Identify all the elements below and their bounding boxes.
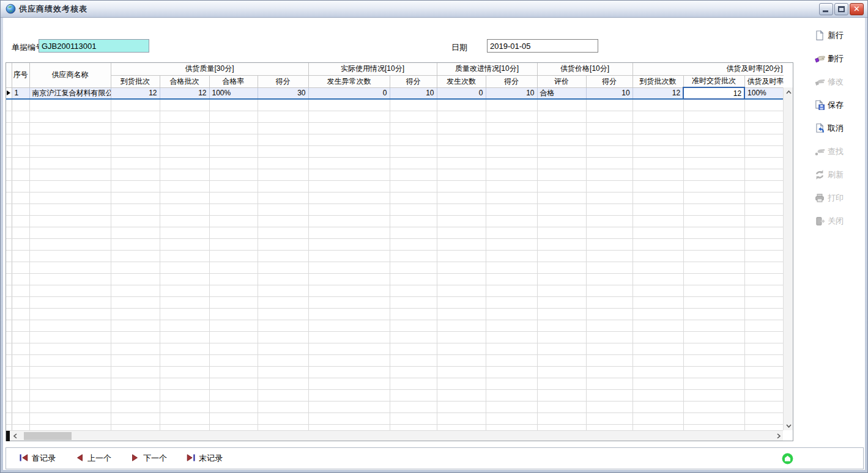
grid-cell[interactable] [586,227,632,238]
grid-cell[interactable] [258,238,308,250]
grid-cell[interactable] [390,227,437,238]
grid-cell[interactable] [308,285,390,296]
grid-cell[interactable] [683,308,744,320]
grid-cell[interactable] [29,122,111,134]
grid-cell[interactable] [744,389,784,401]
grid-cell[interactable] [12,366,29,378]
row-indicator-cell[interactable] [6,343,12,354]
grid-cell[interactable] [437,401,486,413]
grid-cell[interactable] [437,169,486,180]
selected-cell[interactable]: 12 [683,87,744,99]
toolbar-button-print[interactable]: 打印 [814,191,864,205]
grid-cell[interactable] [437,99,486,111]
grid-cell[interactable] [437,204,486,215]
grid-cell[interactable] [632,192,683,204]
maximize-button[interactable] [834,3,848,15]
grid-cell[interactable] [308,169,390,180]
grid-cell[interactable] [111,169,160,180]
grid-cell[interactable] [437,273,486,285]
row-indicator-cell[interactable] [6,354,12,366]
grid-cell[interactable] [209,366,258,378]
grid-cell[interactable] [390,192,437,204]
grid-cell[interactable] [537,157,586,169]
grid-cell[interactable] [683,378,744,389]
grid-cell[interactable]: 10 [586,87,632,99]
grid-cell[interactable] [12,204,29,215]
grid-cell[interactable] [486,122,537,134]
grid-cell[interactable] [632,157,683,169]
grid-cell[interactable] [258,180,308,192]
grid-cell[interactable] [390,238,437,250]
grid-cell[interactable] [586,250,632,262]
grid-cell[interactable] [744,157,784,169]
row-indicator-cell[interactable] [6,378,12,389]
grid-cell[interactable] [486,273,537,285]
grid-cell[interactable] [632,296,683,308]
grid-cell[interactable] [111,285,160,296]
grid-cell[interactable] [437,262,486,273]
grid-cell[interactable] [683,180,744,192]
grid-cell[interactable] [160,296,209,308]
row-indicator-cell[interactable] [6,285,12,296]
grid-cell[interactable] [586,343,632,354]
grid-cell[interactable] [632,262,683,273]
grid-cell[interactable] [632,285,683,296]
grid-cell[interactable] [390,285,437,296]
grid-cell[interactable] [209,308,258,320]
grid-cell[interactable] [486,401,537,413]
grid-cell[interactable] [308,192,390,204]
grid-cell[interactable] [537,215,586,227]
grid-cell[interactable] [160,354,209,366]
grid-cell[interactable] [683,145,744,157]
row-indicator-cell[interactable] [6,134,12,145]
grid-cell[interactable] [586,180,632,192]
grid-cell[interactable] [308,273,390,285]
grid-cell[interactable] [209,250,258,262]
grid-cell[interactable] [258,378,308,389]
row-indicator-cell[interactable] [6,331,12,343]
grid-cell[interactable] [308,308,390,320]
grid-cell[interactable] [209,157,258,169]
grid-cell[interactable] [744,378,784,389]
grid-cell[interactable]: 12 [160,87,209,99]
grid-cell[interactable] [12,111,29,122]
grid-cell[interactable] [12,354,29,366]
grid-cell[interactable] [209,331,258,343]
grid-cell[interactable] [632,320,683,331]
grid-cell[interactable] [537,262,586,273]
grid-cell[interactable] [111,262,160,273]
grid-cell[interactable] [160,227,209,238]
grid-cell[interactable] [29,285,111,296]
grid-cell[interactable] [209,262,258,273]
grid-cell[interactable] [632,238,683,250]
grid-cell[interactable] [683,99,744,111]
grid-cell[interactable] [12,285,29,296]
grid-cell[interactable] [390,366,437,378]
grid-cell[interactable] [486,111,537,122]
grid-cell[interactable] [683,354,744,366]
grid-cell[interactable] [632,111,683,122]
grid-cell[interactable] [111,331,160,343]
titlebar[interactable]: 供应商绩效考核表 ✕ [1,1,867,18]
grid-cell[interactable] [586,401,632,413]
grid-cell[interactable] [258,366,308,378]
grid-cell[interactable] [29,378,111,389]
grid-cell[interactable] [486,320,537,331]
grid-cell[interactable] [632,250,683,262]
grid-cell[interactable] [111,296,160,308]
grid-cell[interactable] [29,296,111,308]
grid-cell[interactable] [437,250,486,262]
grid-cell[interactable] [308,145,390,157]
grid-cell[interactable] [586,262,632,273]
toolbar-button-refresh[interactable]: 刷新 [814,168,864,182]
grid-cell[interactable] [258,331,308,343]
grid-cell[interactable] [437,285,486,296]
grid-cell[interactable] [258,157,308,169]
grid-cell[interactable] [586,378,632,389]
grid-cell[interactable] [12,180,29,192]
grid-cell[interactable] [209,238,258,250]
grid-cell[interactable] [160,378,209,389]
grid-cell[interactable]: 12 [111,87,160,99]
doc-no-input[interactable] [39,39,149,53]
grid-cell[interactable] [209,413,258,424]
